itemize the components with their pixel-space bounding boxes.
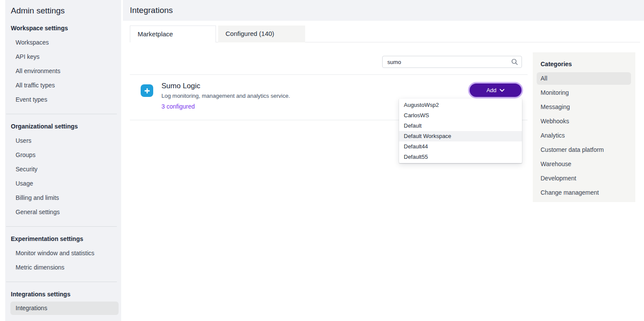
sidebar-item-security[interactable]: Security bbox=[5, 162, 121, 177]
tab-marketplace[interactable]: Marketplace bbox=[130, 26, 216, 42]
card-top-border bbox=[130, 74, 528, 75]
admin-sidebar: Admin settings Workspace settings Worksp… bbox=[5, 0, 121, 321]
sidebar-divider bbox=[6, 114, 117, 114]
category-customer-data-platform[interactable]: Customer data platform bbox=[533, 143, 635, 157]
category-change-management[interactable]: Change management bbox=[533, 186, 635, 200]
search-box bbox=[382, 56, 522, 68]
workspace-dropdown: AugustoWsp2 CarlosWS Default Default Wor… bbox=[399, 99, 522, 163]
sidebar-item-event-types[interactable]: Event types bbox=[5, 93, 121, 107]
category-warehouse[interactable]: Warehouse bbox=[533, 157, 635, 171]
sidebar-item-metric-dimensions[interactable]: Metric dimensions bbox=[5, 260, 121, 275]
search-input[interactable] bbox=[382, 56, 522, 68]
dropdown-item-augustowsp2[interactable]: AugustoWsp2 bbox=[399, 100, 522, 110]
admin-settings-title: Admin settings bbox=[5, 0, 121, 16]
dropdown-item-default44[interactable]: Default44 bbox=[399, 141, 522, 152]
sidebar-item-usage[interactable]: Usage bbox=[5, 177, 121, 191]
page-header: Integrations bbox=[123, 0, 644, 21]
configured-count-link[interactable]: 3 configured bbox=[161, 103, 195, 110]
sidebar-item-workspaces[interactable]: Workspaces bbox=[5, 35, 121, 50]
sidebar-item-all-environments[interactable]: All environments bbox=[5, 64, 121, 78]
integration-description: Log monitoring, management and analytics… bbox=[161, 93, 290, 99]
category-messaging[interactable]: Messaging bbox=[533, 100, 635, 114]
sidebar-item-all-traffic-types[interactable]: All traffic types bbox=[5, 78, 121, 93]
section-header-integrations-settings: Integrations settings bbox=[11, 290, 121, 299]
category-webhooks[interactable]: Webhooks bbox=[533, 114, 635, 128]
sidebar-item-monitor-window-and-statistics[interactable]: Monitor window and statistics bbox=[5, 246, 121, 260]
section-header-organizational-settings: Organizational settings bbox=[11, 122, 121, 131]
sidebar-item-api-keys[interactable]: API keys bbox=[5, 50, 121, 64]
search-icon bbox=[511, 58, 518, 66]
sidebar-item-users[interactable]: Users bbox=[5, 134, 121, 148]
sidebar-divider bbox=[6, 282, 117, 282]
tab-configured[interactable]: Configured (140) bbox=[218, 26, 305, 42]
add-button-label: Add bbox=[486, 87, 496, 93]
dropdown-item-default-workspace[interactable]: Default Workspace bbox=[399, 131, 522, 141]
integration-name: Sumo Logic bbox=[161, 82, 200, 90]
sidebar-divider bbox=[6, 226, 117, 227]
dropdown-item-default[interactable]: Default bbox=[399, 121, 522, 131]
sidebar-item-integrations[interactable]: Integrations bbox=[10, 302, 119, 315]
category-monitoring[interactable]: Monitoring bbox=[533, 86, 635, 100]
categories-panel: Categories All Monitoring Messaging Webh… bbox=[533, 52, 635, 202]
category-development[interactable]: Development bbox=[533, 171, 635, 186]
section-header-experimentation-settings: Experimentation settings bbox=[11, 234, 121, 243]
category-analytics[interactable]: Analytics bbox=[533, 128, 635, 143]
sidebar-item-groups[interactable]: Groups bbox=[5, 148, 121, 162]
plus-icon bbox=[144, 87, 151, 94]
sidebar-item-general-settings[interactable]: General settings bbox=[5, 205, 121, 219]
add-button[interactable]: Add bbox=[470, 83, 522, 97]
page-header-title: Integrations bbox=[123, 0, 644, 21]
category-all[interactable]: All bbox=[537, 72, 631, 85]
dropdown-item-carlosws[interactable]: CarlosWS bbox=[399, 110, 522, 121]
sumo-logic-logo bbox=[141, 84, 153, 97]
categories-title: Categories bbox=[533, 52, 635, 68]
chevron-down-icon bbox=[499, 89, 505, 92]
sidebar-item-billing-and-limits[interactable]: Billing and limits bbox=[5, 191, 121, 205]
dropdown-item-default55[interactable]: Default55 bbox=[399, 152, 522, 162]
section-header-workspace-settings: Workspace settings bbox=[11, 24, 121, 32]
